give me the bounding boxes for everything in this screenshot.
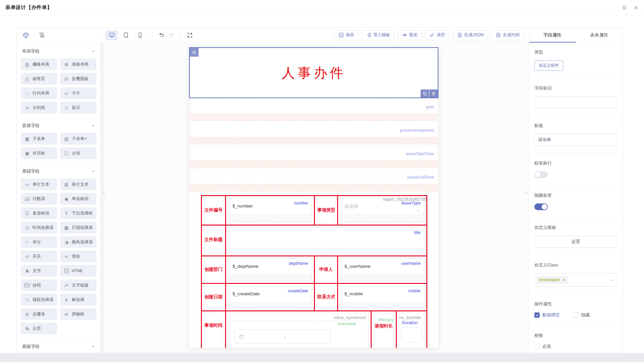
field-id-input[interactable] <box>534 96 617 108</box>
device-mobile-button[interactable] <box>134 30 146 40</box>
canvas[interactable]: ‹ › 人事办件 <box>101 43 529 353</box>
date-range-input[interactable]: - <box>235 329 331 344</box>
collapse-right-panel-icon[interactable]: › <box>523 185 529 198</box>
field-label-cell[interactable]: 联系方式 <box>317 286 335 308</box>
custom-class-select[interactable]: formheader ✕ <box>534 273 617 287</box>
palette-item[interactable]: ☐ 分组 <box>60 147 96 159</box>
fullscreen-button[interactable] <box>185 30 195 40</box>
palette-item[interactable]: ▤ 多行文本 <box>60 179 96 190</box>
palette-item[interactable]: ≡ 分割线 <box>21 102 57 113</box>
field-label-cell[interactable]: 事项时间 <box>204 313 223 348</box>
inline-container-cell[interactable]: inline_nym8mcrd leavedate - <box>228 313 369 348</box>
type-badge[interactable]: 自定义组件 <box>534 60 563 71</box>
palette-item[interactable]: ▤ 子表单+ <box>60 133 96 144</box>
palette-item[interactable]: ∷ 行内布局 <box>21 87 57 99</box>
palette-item[interactable]: 123 计数器 <box>21 193 57 204</box>
title-input[interactable] <box>534 134 617 146</box>
field-input-cell[interactable]: createDate $_createDate <box>228 286 312 308</box>
field-input-cell[interactable]: userName $_userName <box>340 258 424 281</box>
palette-tab-outline[interactable] <box>39 32 45 38</box>
palette-section-header[interactable]: 高级字段 <box>21 340 97 353</box>
field-input-cell[interactable]: number $_number <box>228 198 312 223</box>
palette-section-header[interactable]: 容器字段 <box>21 119 97 132</box>
palette-item[interactable]: ▣ 对话框 <box>21 147 57 159</box>
undo-button[interactable] <box>156 30 166 40</box>
redo-button[interactable] <box>166 30 176 40</box>
collapse-left-panel-icon[interactable]: ‹ <box>101 185 106 198</box>
field-label-cell[interactable]: 事项类型 <box>317 198 335 223</box>
calendar-icon <box>239 334 244 339</box>
palette-item[interactable]: ◑ 颜色选择器 <box>60 236 96 248</box>
field-label-cell[interactable]: shichang 请假时长 <box>374 313 394 348</box>
palette-item[interactable]: ⊟ 折叠面板 <box>60 73 96 84</box>
palette-item[interactable]: ☑ 多选框组 <box>21 207 57 219</box>
tab-field-properties[interactable]: 字段属性 <box>529 28 576 42</box>
palette-item[interactable]: ⋔ 树选择 <box>60 294 96 305</box>
hidden-field-row[interactable]: processInstanceId <box>190 123 438 144</box>
hidden-checkbox[interactable]: 隐藏 <box>573 312 590 318</box>
palette-item[interactable]: ⚠ 提示 <box>60 102 96 113</box>
field-input-cell[interactable]: title <box>228 228 424 253</box>
hidden-field-row[interactable]: leaveEndTime <box>190 170 438 191</box>
palette-item[interactable]: ⊞ 表格布局 <box>60 59 96 70</box>
field-input-cell[interactable]: mobile $_mobile <box>340 286 424 308</box>
form-designer: 布局字段 ▥ 栅格布局 ⊞ <box>16 27 623 353</box>
field-input-cell[interactable]: deptName $_deptName <box>228 258 312 281</box>
palette-item[interactable]: ≣ 步骤条 <box>21 308 57 320</box>
palette-item[interactable]: ◷ 时间选择器 <box>21 222 57 233</box>
field-label-cell[interactable]: 文件标题 <box>204 228 223 253</box>
clear-button[interactable]: 清空 <box>425 30 449 40</box>
field-label-cell[interactable]: 文件编号 <box>204 198 223 223</box>
preview-button[interactable]: 预览 <box>398 30 422 40</box>
remove-tag-icon[interactable]: ✕ <box>562 278 566 282</box>
hidden-field-name: leaveEndTime <box>408 175 434 180</box>
field-label-cell[interactable]: 创建部门 <box>204 258 223 281</box>
hidden-field-row[interactable]: guid <box>190 100 438 121</box>
palette-item[interactable]: BTN 按钮 <box>21 280 57 291</box>
palette-item[interactable]: ↹ 分页 <box>21 323 57 334</box>
generate-code-button[interactable]: 生成代码 <box>491 30 524 40</box>
compress-icon[interactable] <box>621 5 627 11</box>
date-range-field[interactable]: leavedate - <box>231 320 366 348</box>
generate-json-button[interactable]: 生成JSON <box>453 30 488 40</box>
palette-item[interactable]: ≑ 滑块 <box>60 251 96 262</box>
drag-move-icon[interactable] <box>190 48 199 57</box>
field-label-cell[interactable]: 申请人 <box>317 258 335 281</box>
palette-item[interactable]: ⇄ 穿梭框 <box>60 308 96 320</box>
field-label-cell[interactable]: 创建日期 <box>204 286 223 308</box>
import-template-button[interactable]: 导入模板 <box>362 30 394 40</box>
copy-component-icon[interactable] <box>421 89 429 98</box>
device-tablet-button[interactable] <box>120 30 132 40</box>
palette-item[interactable]: ▦ 子表单 <box>21 133 57 144</box>
label-wrap-toggle[interactable] <box>534 171 548 178</box>
duration-field-cell[interactable]: ine_6ai0h8lr Duration <box>399 313 424 348</box>
data-binding-checkbox[interactable]: 数据绑定 <box>534 312 560 318</box>
palette-section-header[interactable]: 布局字段 <box>21 45 97 58</box>
palette-item[interactable]: ◰ 标签页 <box>21 73 57 84</box>
palette-item[interactable]: ⊙ 开关 <box>21 251 57 262</box>
palette-item[interactable]: ☍ 文字链接 <box>60 280 96 291</box>
device-desktop-button[interactable] <box>106 30 118 40</box>
hidden-field-row[interactable]: leaveStartTime <box>190 146 438 168</box>
save-button[interactable]: 保存 <box>334 30 359 40</box>
palette-item[interactable]: ⊽ 下拉选择框 <box>60 207 96 219</box>
close-icon[interactable] <box>633 5 639 11</box>
palette-item[interactable]: ▦ 日期选择器 <box>60 222 96 233</box>
palette-item[interactable]: ▭ 单行文本 <box>21 179 57 190</box>
hide-label-toggle[interactable] <box>534 203 548 210</box>
required-checkbox[interactable]: 必填 <box>534 344 551 350</box>
palette-item[interactable]: A 文字 <box>21 265 57 277</box>
palette-item[interactable]: 5 HTML <box>60 265 96 277</box>
palette-section-header[interactable]: 基础字段 <box>21 165 97 178</box>
palette-item[interactable]: ◉ 单选框组 <box>60 193 96 204</box>
palette-tab-components[interactable] <box>23 32 29 38</box>
tab-form-properties[interactable]: 表单属性 <box>576 28 623 42</box>
palette-item[interactable]: ⌥ 级联选择器 <box>21 294 57 305</box>
palette-item[interactable]: ▥ 栅格布局 <box>21 59 57 70</box>
selected-form-header-component[interactable]: 人事办件 <box>189 47 438 98</box>
palette-item[interactable]: ▭ 卡片 <box>60 87 96 99</box>
delete-component-icon[interactable] <box>429 89 438 98</box>
custom-template-settings-button[interactable]: 设置 <box>534 236 617 248</box>
palette-item[interactable]: ☆ 评分 <box>21 236 57 248</box>
duration-input[interactable] <box>401 327 422 343</box>
